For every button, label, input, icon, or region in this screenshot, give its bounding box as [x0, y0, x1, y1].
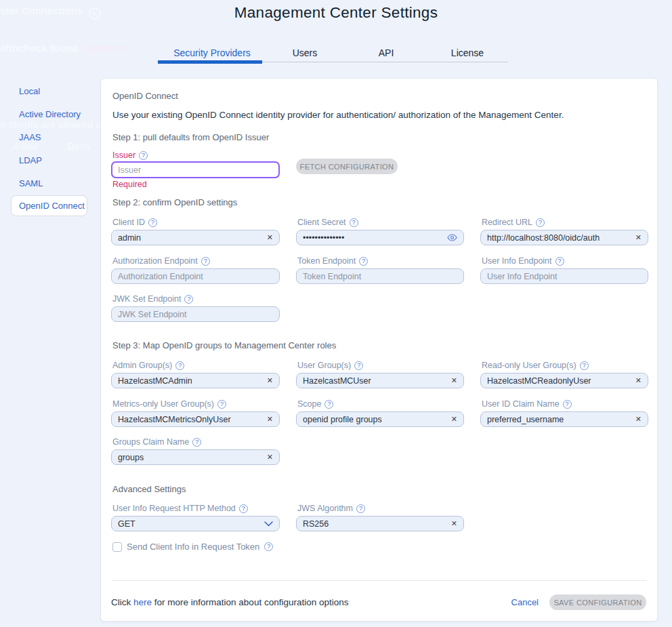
- sidebar-item-openid-connect[interactable]: OpenID Connect: [11, 195, 87, 216]
- clear-icon[interactable]: ✕: [267, 416, 273, 423]
- help-icon[interactable]: ?: [264, 542, 273, 551]
- panel-description: Use your existing OpenID Connect identit…: [112, 110, 564, 120]
- metrics-only-user-groups-label: Metrics-only User Group(s): [112, 399, 214, 409]
- user-id-claim-name-field: User ID Claim Name? ✕: [480, 399, 648, 427]
- http-method-select[interactable]: [111, 516, 280, 531]
- help-icon[interactable]: ?: [148, 218, 157, 227]
- clear-icon[interactable]: ✕: [451, 377, 457, 384]
- client-id-label: Client ID: [112, 218, 145, 227]
- send-client-info-checkbox[interactable]: [112, 542, 122, 552]
- save-configuration-button[interactable]: SAVE CONFIGURATION: [549, 594, 646, 610]
- jwk-set-endpoint-input[interactable]: [118, 310, 273, 319]
- client-secret-input[interactable]: [303, 233, 443, 243]
- issuer-input[interactable]: [118, 165, 273, 175]
- footer-info-suffix: for more information about configuration…: [154, 597, 349, 607]
- sidebar-item-local[interactable]: Local: [0, 79, 100, 102]
- clear-icon[interactable]: ✕: [635, 377, 642, 384]
- sidebar-item-active-directory[interactable]: Active Directory: [0, 102, 100, 125]
- help-icon[interactable]: ?: [354, 361, 363, 370]
- jws-algorithm-input[interactable]: [303, 519, 447, 529]
- panel-heading: OpenID Connect: [112, 91, 178, 101]
- client-secret-label: Client Secret: [297, 218, 346, 227]
- help-icon[interactable]: ?: [563, 400, 572, 409]
- scope-label: Scope: [297, 399, 321, 409]
- redirect-url-field: Redirect URL? ✕: [480, 218, 648, 245]
- clear-icon[interactable]: ✕: [267, 377, 273, 384]
- step3-heading: Step 3: Map OpenID groups to Management …: [112, 340, 336, 350]
- redirect-url-input[interactable]: [487, 233, 631, 243]
- admin-groups-field: Admin Group(s)? ✕: [111, 361, 280, 388]
- scope-input[interactable]: [303, 415, 447, 424]
- client-id-input[interactable]: [118, 233, 263, 243]
- help-icon[interactable]: ?: [184, 295, 193, 304]
- fetch-configuration-button[interactable]: FETCH CONFIGURATION: [296, 159, 398, 174]
- help-icon[interactable]: ?: [217, 400, 226, 409]
- user-id-claim-name-input[interactable]: [487, 415, 631, 424]
- authorization-endpoint-input[interactable]: [118, 272, 273, 281]
- issuer-required-error: Required: [112, 180, 147, 189]
- client-secret-field: Client Secret?: [296, 218, 464, 245]
- help-icon[interactable]: ?: [356, 504, 365, 513]
- tab-security-providers[interactable]: Security Providers: [173, 47, 251, 58]
- readonly-user-groups-input[interactable]: [487, 376, 631, 386]
- client-id-field: Client ID? ✕: [111, 218, 280, 245]
- security-providers-sidebar: Local Active Directory JAAS LDAP SAML Op…: [0, 79, 100, 218]
- token-endpoint-input[interactable]: [303, 272, 457, 281]
- clear-icon[interactable]: ✕: [267, 234, 273, 241]
- admin-groups-input[interactable]: [118, 376, 263, 386]
- openid-connect-panel: OpenID Connect Use your existing OpenID …: [100, 78, 658, 622]
- help-icon[interactable]: ?: [536, 218, 545, 227]
- issuer-input-box: [111, 161, 280, 178]
- help-icon[interactable]: ?: [359, 257, 368, 266]
- http-method-value: [118, 519, 260, 529]
- cancel-button[interactable]: Cancel: [511, 597, 539, 607]
- footer-divider: [112, 580, 646, 581]
- eye-icon[interactable]: [447, 234, 457, 241]
- groups-claim-name-input[interactable]: [118, 453, 263, 462]
- help-icon[interactable]: ?: [239, 504, 248, 513]
- help-icon[interactable]: ?: [175, 361, 184, 370]
- tab-license[interactable]: License: [451, 47, 484, 58]
- metrics-only-user-groups-field: Metrics-only User Group(s)? ✕: [111, 399, 280, 427]
- clear-icon[interactable]: ✕: [451, 520, 457, 527]
- help-icon[interactable]: ?: [324, 400, 333, 409]
- groups-claim-name-field: Groups Claim Name? ✕: [111, 437, 280, 465]
- help-icon[interactable]: ?: [580, 361, 589, 370]
- clear-icon[interactable]: ✕: [451, 416, 457, 423]
- send-client-info-row: Send Client Info in Request Token ?: [112, 542, 273, 552]
- issuer-label-text: Issuer: [112, 150, 135, 160]
- sidebar-item-saml[interactable]: SAML: [0, 171, 100, 195]
- user-info-request-http-method-label: User Info Request HTTP Method: [112, 504, 236, 513]
- jws-algorithm-field: JWS Algorithm? ✕: [296, 504, 464, 531]
- authorization-endpoint-field: Authorization Endpoint?: [111, 256, 280, 284]
- help-icon[interactable]: ?: [139, 151, 148, 160]
- user-groups-field: User Group(s)? ✕: [296, 361, 464, 388]
- jwk-set-endpoint-label: JWK Set Endpoint: [112, 294, 181, 304]
- clear-icon[interactable]: ✕: [635, 234, 642, 241]
- page-title: Management Center Settings: [0, 4, 672, 22]
- readonly-user-groups-label: Read-only User Group(s): [482, 361, 576, 370]
- user-info-endpoint-input[interactable]: [487, 272, 642, 281]
- clear-icon[interactable]: ✕: [635, 416, 642, 423]
- authorization-endpoint-label: Authorization Endpoint: [112, 256, 198, 266]
- help-icon[interactable]: ?: [201, 257, 210, 266]
- jws-algorithm-label: JWS Algorithm: [297, 504, 353, 513]
- help-icon[interactable]: ?: [192, 438, 201, 447]
- scope-field: Scope? ✕: [296, 399, 464, 427]
- tab-api[interactable]: API: [379, 47, 394, 58]
- footer-info-prefix: Click: [111, 597, 131, 607]
- user-groups-input[interactable]: [303, 376, 447, 386]
- groups-claim-name-label: Groups Claim Name: [112, 437, 189, 447]
- user-info-request-http-method-field: User Info Request HTTP Method?: [111, 504, 280, 531]
- sidebar-item-ldap[interactable]: LDAP: [0, 148, 100, 171]
- here-link[interactable]: here: [133, 597, 152, 607]
- send-client-info-label: Send Client Info in Request Token: [127, 542, 259, 552]
- sidebar-item-jaas[interactable]: JAAS: [0, 125, 100, 148]
- tab-users[interactable]: Users: [293, 47, 318, 58]
- jwk-set-endpoint-field: JWK Set Endpoint?: [111, 294, 280, 322]
- clear-icon[interactable]: ✕: [267, 453, 273, 461]
- admin-groups-label: Admin Group(s): [112, 361, 172, 370]
- help-icon[interactable]: ?: [350, 218, 358, 227]
- help-icon[interactable]: ?: [555, 257, 564, 266]
- metrics-only-user-groups-input[interactable]: [118, 415, 263, 424]
